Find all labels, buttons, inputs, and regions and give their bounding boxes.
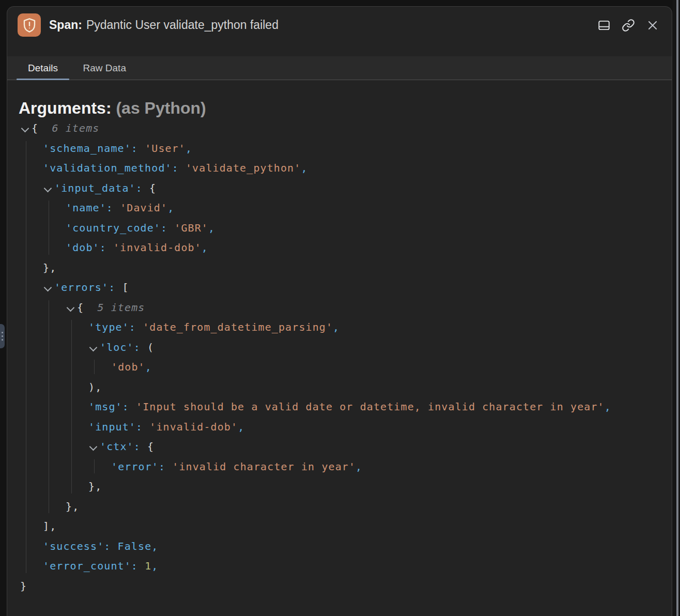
tab-details[interactable]: Details <box>17 56 69 80</box>
code-token-p: { <box>77 301 84 314</box>
chevron-down-icon[interactable] <box>44 284 52 292</box>
code-line: 'error_count': 1, <box>7 556 670 576</box>
code-token-s: 'invalid-dob' <box>113 241 202 254</box>
code-token-k: 'schema_name': <box>43 142 145 155</box>
window-edge-bar <box>676 0 678 616</box>
code-token-p: { <box>147 440 154 453</box>
code-token-p: } <box>20 580 27 592</box>
code-token-p: }, <box>66 500 79 513</box>
code-token-k: 'success': <box>43 540 118 552</box>
code-line: 'country_code': 'GBR', <box>7 218 670 238</box>
tab-bar: Details Raw Data <box>7 56 672 80</box>
code-line: 'errors': [ <box>7 278 670 298</box>
code-line: { 6 items <box>7 118 670 138</box>
code-token-k: 'input': <box>88 421 149 433</box>
code-token-p: }, <box>43 261 56 274</box>
code-token-b: False <box>118 540 152 552</box>
code-line: 'input_data': { <box>7 178 670 198</box>
code-token-p: ), <box>88 381 102 393</box>
code-token-n: 1 <box>145 560 151 572</box>
panel-resize-handle[interactable] <box>0 324 5 348</box>
tab-raw-data[interactable]: Raw Data <box>72 56 137 80</box>
code-line: 'success': False, <box>7 536 670 557</box>
code-token-k: , <box>186 142 192 155</box>
panel-title: Span:Pydantic User validate_python faile… <box>49 13 279 37</box>
code-token-k: 'error': <box>111 460 172 473</box>
code-token-k: 'errors': <box>54 281 122 294</box>
code-token-k: , <box>605 401 611 413</box>
code-token-s: 'David' <box>120 202 167 214</box>
code-token-p: }, <box>88 480 102 492</box>
code-token-s: 'GBR' <box>174 222 208 234</box>
code-token-k: , <box>333 321 339 333</box>
code-token-s: 'invalid-dob' <box>149 421 238 433</box>
code-line: 'name': 'David', <box>7 198 670 218</box>
code-line: 'error': 'invalid character in year', <box>7 457 670 477</box>
code-token-k: 'dob': <box>66 241 113 254</box>
code-token-s: 'dob' <box>111 361 145 373</box>
code-line: 'type': 'date_from_datetime_parsing', <box>7 317 670 337</box>
code-token-s: 'validate_python' <box>186 162 301 174</box>
chevron-down-icon[interactable] <box>67 303 75 312</box>
code-token-it: 5 items <box>84 301 145 314</box>
code-token-k: , <box>202 241 208 254</box>
code-token-k: 'loc': <box>100 341 147 353</box>
shield-alert-icon <box>18 13 41 37</box>
code-line: 'dob': 'invalid-dob', <box>7 238 670 258</box>
code-line: 'validation_method': 'validate_python', <box>7 158 670 178</box>
code-token-k: , <box>356 460 362 473</box>
chevron-down-icon[interactable] <box>89 343 98 351</box>
code-token-s: 'User' <box>145 142 186 155</box>
code-token-p: [ <box>122 281 129 294</box>
span-detail-panel: Span:Pydantic User validate_python faile… <box>7 6 672 616</box>
code-token-k: 'country_code': <box>66 222 174 234</box>
code-token-s: 'invalid character in year' <box>172 460 356 473</box>
panel-header: Span:Pydantic User validate_python faile… <box>7 7 672 56</box>
code-token-k: , <box>145 361 152 373</box>
code-token-k: , <box>238 421 244 433</box>
code-token-k: 'type': <box>88 321 143 333</box>
code-line: }, <box>7 258 670 278</box>
copy-link-icon[interactable] <box>621 18 635 32</box>
arguments-heading-label: Arguments: <box>19 99 112 117</box>
arguments-heading: Arguments: (as Python) <box>19 99 206 118</box>
code-token-k: 'name': <box>66 202 120 214</box>
code-token-k: 'ctx': <box>100 440 147 453</box>
code-line: 'loc': ( <box>7 337 670 358</box>
code-token-p: { <box>32 122 38 134</box>
code-line: ], <box>7 516 670 536</box>
code-token-k: , <box>151 560 158 572</box>
code-token-k: , <box>301 162 307 174</box>
code-token-k: 'input_data': <box>54 182 149 194</box>
code-token-k: 'error_count': <box>43 560 145 572</box>
panel-title-kind: Span: <box>49 18 82 32</box>
code-line: }, <box>7 497 670 517</box>
chevron-down-icon[interactable] <box>89 443 98 451</box>
panel-title-text: Pydantic User validate_python failed <box>86 18 279 32</box>
code-line: 'dob', <box>7 357 670 377</box>
code-line: ), <box>7 377 670 397</box>
code-line: 'msg': 'Input should be a valid date or … <box>7 397 670 417</box>
panel-actions <box>597 18 659 32</box>
close-icon[interactable] <box>645 18 659 32</box>
code-token-k: , <box>151 540 158 552</box>
code-token-p: { <box>149 182 156 194</box>
chevron-down-icon[interactable] <box>44 184 52 192</box>
code-line: { 5 items <box>7 298 670 318</box>
code-token-s: 'date_from_datetime_parsing' <box>143 321 333 333</box>
code-token-it: 6 items <box>38 122 99 134</box>
code-line: 'ctx': { <box>7 437 670 457</box>
arguments-code-tree: { 6 items'schema_name': 'User','validati… <box>7 118 670 599</box>
code-token-k: 'msg': <box>88 401 136 413</box>
code-line: 'schema_name': 'User', <box>7 138 670 159</box>
chevron-down-icon[interactable] <box>21 125 29 133</box>
code-token-p: ], <box>43 520 56 532</box>
code-line: } <box>7 576 670 596</box>
code-token-k: , <box>208 222 215 234</box>
code-line: }, <box>7 476 670 497</box>
code-token-k: 'validation_method': <box>43 162 186 174</box>
code-token-p: ( <box>147 341 154 353</box>
code-line: 'input': 'invalid-dob', <box>7 417 670 437</box>
dock-panel-bottom-icon[interactable] <box>597 18 611 32</box>
code-token-s: 'Input should be a valid date or datetim… <box>136 401 605 413</box>
